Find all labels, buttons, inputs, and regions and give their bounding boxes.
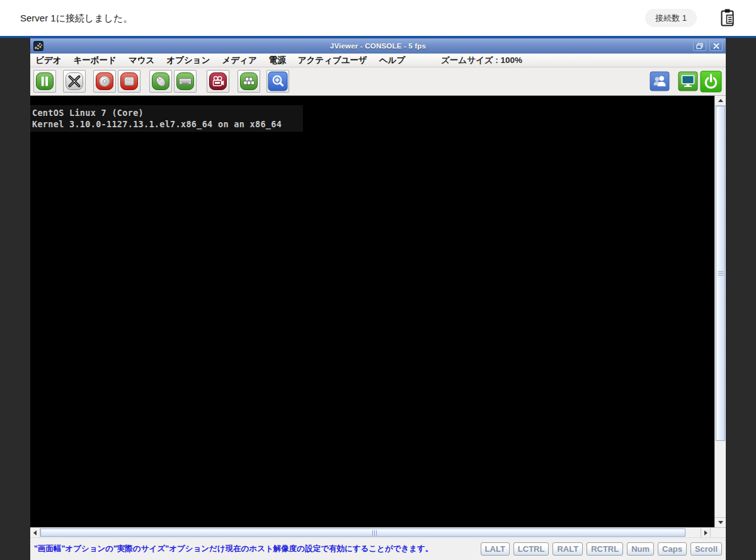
- key-scroll-button[interactable]: Scroll: [690, 542, 722, 556]
- keyboard-redirect-icon: [176, 72, 195, 91]
- zoom-size-label: ズームサイズ : 100%: [441, 55, 522, 66]
- key-caps-button[interactable]: Caps: [658, 542, 687, 556]
- menu-video[interactable]: ビデオ: [35, 55, 61, 66]
- close-window-button[interactable]: [709, 41, 723, 51]
- connection-message: Server 1に接続しました。: [20, 12, 132, 24]
- keyboard-redirect-button[interactable]: [174, 70, 197, 93]
- key-lctrl-button[interactable]: LCTRL: [513, 542, 549, 556]
- mouse-redirect-icon: [151, 72, 170, 91]
- menu-mouse[interactable]: マウス: [129, 55, 154, 66]
- key-ralt-button[interactable]: RALT: [553, 542, 583, 556]
- scrollbar-grip-icon: [718, 273, 723, 274]
- active-users-button[interactable]: [650, 71, 670, 91]
- clipboard-icon[interactable]: [719, 8, 737, 28]
- menu-active-users[interactable]: アクティブユーザ: [298, 55, 367, 66]
- notification-bar: Server 1に接続しました。 接続数 1: [0, 0, 756, 36]
- power-icon: [700, 71, 722, 93]
- horizontal-scrollbar-thumb[interactable]: [40, 529, 685, 537]
- screen: Server 1に接続しました。 接続数 1: [0, 0, 756, 560]
- jviewer-window: JViewer - CONSOLE - 5 fps ビデオ キーボード: [30, 38, 726, 560]
- remote-console-screen[interactable]: CentOS Linux 7 (Core) Kernel 3.10.0-1127…: [30, 96, 714, 527]
- menu-help[interactable]: ヘルプ: [379, 55, 405, 66]
- soft-keyboard-icon: [239, 72, 258, 91]
- vertical-scrollbar[interactable]: [714, 96, 726, 527]
- remote-display-icon: [678, 71, 698, 91]
- toolbar: [30, 67, 726, 96]
- fullscreen-icon: [65, 72, 84, 91]
- scroll-up-button[interactable]: [715, 96, 726, 106]
- video-record-button[interactable]: [207, 70, 229, 93]
- triangle-up-icon: [718, 99, 723, 102]
- menu-media[interactable]: メディア: [222, 55, 256, 66]
- remote-display-button[interactable]: [678, 71, 698, 91]
- status-bar: "画面幅"オプションの"実際のサイズ"オプションだけ現在のホスト解像度の設定で有…: [30, 537, 726, 560]
- restore-window-button[interactable]: [693, 41, 706, 51]
- disk-media-button[interactable]: [118, 70, 140, 93]
- pause-video-button[interactable]: [33, 70, 56, 93]
- cd-media-button[interactable]: [93, 70, 116, 93]
- status-message: "画面幅"オプションの"実際のサイズ"オプションだけ現在のホスト解像度の設定で有…: [34, 544, 433, 554]
- triangle-right-icon: [704, 530, 707, 535]
- key-lalt-button[interactable]: LALT: [481, 542, 510, 556]
- power-button[interactable]: [700, 71, 722, 93]
- vertical-scrollbar-thumb[interactable]: [716, 106, 725, 441]
- scroll-right-button[interactable]: [701, 528, 711, 537]
- menu-options[interactable]: オプション: [166, 55, 210, 66]
- pause-icon: [35, 72, 54, 91]
- zoom-in-icon: [268, 71, 288, 91]
- scrollbar-grip-icon: [374, 530, 375, 535]
- disk-media-icon: [120, 72, 139, 91]
- menu-bar: ビデオ キーボード マウス オプション メディア 電源 アクティブユーザ ヘルプ…: [30, 54, 726, 67]
- menu-keyboard[interactable]: キーボード: [73, 55, 116, 66]
- zoom-button[interactable]: [266, 70, 289, 93]
- triangle-down-icon: [718, 521, 723, 524]
- horizontal-scrollbar[interactable]: [30, 527, 726, 537]
- window-title: JViewer - CONSOLE - 5 fps: [30, 42, 726, 50]
- window-title-bar[interactable]: JViewer - CONSOLE - 5 fps: [30, 38, 726, 54]
- scroll-left-button[interactable]: [30, 528, 40, 537]
- cd-media-icon: [95, 72, 114, 91]
- fullscreen-button[interactable]: [63, 70, 86, 93]
- connection-count-badge: 接続数 1: [645, 9, 697, 27]
- console-line: CentOS Linux 7 (Core): [32, 108, 144, 118]
- active-users-icon: [650, 71, 670, 91]
- scroll-down-button[interactable]: [715, 517, 726, 527]
- key-rctrl-button[interactable]: RCTRL: [587, 542, 623, 556]
- mouse-redirect-button[interactable]: [149, 70, 172, 93]
- key-num-button[interactable]: Num: [627, 542, 654, 556]
- soft-keyboard-button[interactable]: [238, 70, 260, 93]
- menu-power[interactable]: 電源: [269, 55, 286, 66]
- video-record-icon: [209, 72, 227, 91]
- triangle-left-icon: [33, 530, 37, 535]
- console-line: Kernel 3.10.0-1127.13.1.el7.x86_64 on an…: [32, 119, 282, 129]
- key-toggle-group: LALT LCTRL RALT RCTRL Num Caps Scroll: [481, 542, 722, 556]
